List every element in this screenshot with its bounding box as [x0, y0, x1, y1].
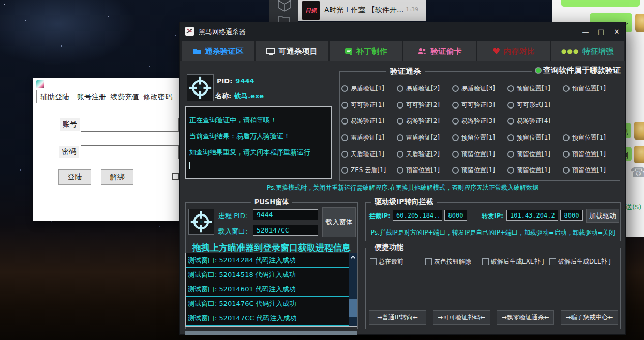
ip-group-title: 驱动级IP转向拦截	[371, 197, 437, 207]
quick-checkbox[interactable]: 灰色按钮解除	[425, 257, 482, 266]
scroll-up-icon[interactable]	[351, 256, 356, 261]
query-mode-radio[interactable]: 查询软件属于哪款验证	[532, 66, 621, 75]
verify-radio-grid: 易盾验证[1] 易盾验证[2] 易盾验证[3] 预留位置[1]	[341, 81, 618, 179]
tab-feature-enhance[interactable]: ●●● 特征增强	[551, 41, 624, 61]
verify-radio[interactable]: 易盾验证[2]	[397, 81, 452, 97]
chat-list-item[interactable]: 日抓 A时光工作室 【软件开... 1:39	[298, 0, 426, 21]
load-window-label: 载入窗口:	[218, 227, 247, 236]
push-group-title: PUSH窗体	[251, 197, 292, 207]
quick-action-button[interactable]: →普通IP转向←	[369, 310, 426, 325]
tab-verify-zone[interactable]: 通杀验证区	[182, 41, 254, 61]
checkbox-icon	[549, 258, 556, 265]
tab-change-password[interactable]: 修改密码	[140, 91, 176, 103]
verify-radio[interactable]: 天盾验证[2]	[397, 146, 452, 162]
load-driver-button[interactable]: 加载驱动	[586, 209, 619, 223]
load-window-input[interactable]	[253, 225, 318, 236]
radio-icon	[507, 167, 514, 174]
forward-ip-input[interactable]	[506, 210, 558, 221]
password-input[interactable]	[81, 145, 179, 159]
verify-radio[interactable]: ZES 云盾[1]	[341, 162, 397, 179]
unbind-button[interactable]: 解绑	[101, 169, 133, 185]
inject-log-list[interactable]: 测试窗口: 52014284 代码注入成功 测试窗口: 52014518 代码注…	[185, 253, 357, 327]
quick-checkbox[interactable]: 破解后生成DLL补丁	[549, 257, 613, 266]
intercept-port-input[interactable]	[444, 210, 467, 221]
name-line: 名称:铁马.exe	[215, 91, 264, 101]
radio-icon	[563, 134, 570, 141]
verify-radio[interactable]: 预留位置[1]	[507, 162, 563, 179]
verify-radio[interactable]: 雷盾验证[1]	[341, 130, 397, 146]
result-line: 正在查询验证中，请稍等哦！	[189, 112, 327, 128]
verify-radio[interactable]: 预留位置[1]	[507, 146, 563, 162]
verify-radio[interactable]: 预留位置[1]	[563, 162, 618, 179]
users-icon	[417, 48, 427, 55]
quick-action-button[interactable]: →骗子惩戒中心←	[561, 310, 618, 325]
quick-group-title: 便捷功能	[371, 243, 407, 252]
login-window: 辅助登陆 账号注册 续费充值 修改密码 账号 密码 登陆 解绑	[33, 78, 179, 221]
verify-radio[interactable]: 天盾验证[1]	[341, 146, 397, 162]
result-line: 当前查询结果：易盾万人骑验证！	[189, 128, 327, 144]
process-pid-input[interactable]	[253, 209, 318, 220]
log-row: 测试窗口: 520147CC 代码注入成功	[186, 311, 349, 326]
verify-radio[interactable]: 可可验证[1]	[341, 97, 397, 114]
scrollbar-thumb[interactable]	[349, 299, 357, 317]
verify-radio[interactable]: 预留位置[1]	[452, 130, 507, 146]
verify-radio[interactable]: 预留位置[1]	[563, 81, 618, 97]
tab-memory-compare[interactable]: ♥ 内存对比	[477, 41, 550, 61]
titlebar[interactable]: 黑马网络通杀器 — □ ✕	[180, 22, 625, 41]
tab-recharge[interactable]: 续费充值	[107, 91, 143, 103]
account-input[interactable]	[81, 118, 179, 132]
verify-radio[interactable]: 预留位置[1]	[397, 162, 452, 179]
close-button[interactable]: ✕	[613, 28, 620, 36]
verify-radio[interactable]: 预留位置[1]	[452, 146, 507, 162]
verify-radio[interactable]: 可可形式[1]	[507, 97, 563, 114]
send-button-fragment[interactable]: 送(S)	[625, 203, 641, 212]
verify-radio[interactable]: 易游验证[3]	[452, 113, 507, 130]
quick-button-row: →普通IP转向← →可可验证补码← →飘零验证通杀← →骗子惩戒中心←	[369, 310, 618, 325]
tab-assist-login[interactable]: 辅助登陆	[36, 90, 73, 103]
radio-icon	[397, 118, 403, 125]
horizontal-scrollbar[interactable]	[185, 331, 357, 335]
tab-verify-steal[interactable]: 验证偷卡	[403, 41, 476, 61]
chat-bubble	[561, 0, 640, 7]
checkbox-icon	[425, 258, 432, 265]
quick-action-button[interactable]: →飘零验证通杀←	[497, 310, 554, 325]
checkbox-icon	[370, 258, 377, 265]
scrollbar[interactable]	[349, 253, 357, 326]
verify-radio[interactable]: 雷盾验证[2]	[397, 130, 452, 146]
verify-radio[interactable]: 易游验证[1]	[341, 113, 397, 130]
verify-radio[interactable]: 预留位置[1]	[507, 81, 563, 97]
radio-icon	[452, 118, 459, 125]
quick-checkbox[interactable]: 破解后生成EXE补丁	[482, 257, 549, 266]
verify-radio[interactable]: 易游验证[4]	[507, 113, 563, 130]
login-button[interactable]: 登陆	[58, 169, 91, 185]
crosshair-drag-handle[interactable]	[188, 209, 214, 235]
load-window-button[interactable]: 载入窗体	[322, 207, 356, 237]
verify-radio[interactable]: 预留位置[1]	[563, 130, 618, 146]
tab-patch-maker[interactable]: 补丁制作	[330, 41, 402, 61]
drag-hint: 拖拽上方瞄准器到登录窗口获取进程信息	[186, 242, 357, 254]
radio-icon	[341, 118, 348, 125]
verify-radio[interactable]: 可可验证[2]	[397, 97, 452, 114]
minimize-button[interactable]: —	[582, 28, 589, 36]
verify-radio[interactable]: 易游验证[2]	[397, 113, 452, 130]
pid-value: 9444	[235, 77, 254, 85]
verify-radio[interactable]: 预留位置[1]	[563, 146, 618, 162]
tab-register[interactable]: 账号注册	[73, 91, 110, 103]
phone-icon[interactable]: ☎	[630, 164, 644, 180]
verify-radio[interactable]: 易盾验证[3]	[452, 81, 507, 97]
verify-group: 验证通杀 查询软件属于哪款验证 易盾验证[1] 易盾验证[2]	[339, 71, 620, 181]
forward-port-input[interactable]	[560, 210, 583, 221]
quick-checkbox[interactable]: 总在最前	[370, 257, 425, 266]
query-result-box[interactable]: 正在查询验证中，请稍等哦！ 当前查询结果：易盾万人骑验证！ 如查询结果重复，请关…	[185, 106, 332, 179]
patch-icon	[345, 48, 353, 55]
verify-radio[interactable]: 易盾验证[1]	[341, 81, 397, 97]
tab-killable-projects[interactable]: 可通杀项目	[256, 41, 328, 61]
quick-action-button[interactable]: →可可验证补码←	[433, 310, 490, 325]
verify-radio[interactable]: 可可验证[3]	[452, 97, 507, 114]
login-checkbox[interactable]	[172, 173, 179, 180]
intercept-ip-input[interactable]	[393, 210, 442, 221]
maximize-button[interactable]: □	[597, 28, 605, 36]
verify-radio[interactable]: 预留位置[1]	[507, 130, 563, 146]
crosshair-target-box[interactable]	[187, 74, 214, 101]
verify-radio[interactable]: 预留位置[1]	[452, 162, 507, 179]
